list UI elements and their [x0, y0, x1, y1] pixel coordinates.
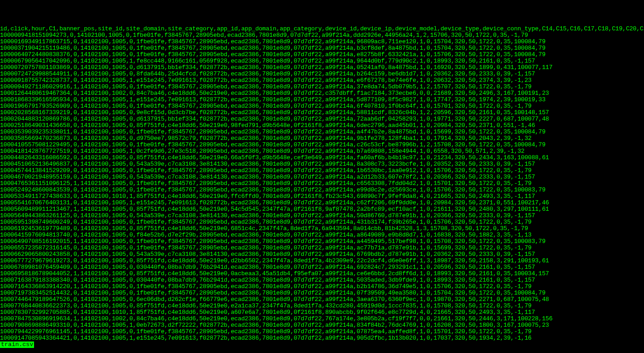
csv-row: 10000169349117863715,0,14102100,1005,0,1…: [0, 39, 644, 45]
csv-row: 10007944229976961145,1,14102100,1005,0,1…: [0, 329, 644, 335]
csv-row: 10007908698886493310,0,14102100,1005,1,0…: [0, 322, 644, 329]
csv-row: 10000918755742328737,0,14102100,1005,1,e…: [0, 77, 644, 84]
csv-row: 10005541670676403131,0,14102100,1005,1,e…: [0, 200, 644, 206]
csv-row: 10004670021948955159,0,14102100,1005,0,5…: [0, 174, 644, 180]
csv-row: 10004574413841529209,0,14102100,1005,0,1…: [0, 168, 644, 174]
csv-row: 10004482643316086592,0,14102100,1005,0,8…: [0, 155, 644, 161]
csv-row: 10000371904215119486,0,14102100,1005,0,1…: [0, 45, 644, 52]
csv-row: 10002028568167339219,0,14102100,1005,0,9…: [0, 110, 644, 116]
csv-row: 10001264480619467364,0,14102100,1002,0,8…: [0, 90, 644, 97]
terminal-output: id,click,hour,C1,banner_pos,site_id,site…: [0, 26, 644, 348]
csv-row: 1000009418151094273,0,14102100,1005,0,1f…: [0, 32, 644, 39]
csv-row: 10005249248600843539,0,14102100,1005,0,1…: [0, 187, 644, 193]
csv-row: 10000720757801103869,0,14102100,1005,0,d…: [0, 64, 644, 71]
csv-row: 10000949271186029916,1,14102100,1005,0,1…: [0, 84, 644, 90]
csv-row: 10006490708516192015,1,14102100,1005,0,1…: [0, 238, 644, 245]
csv-row: 10007197383452514432,0,14102100,1005,0,1…: [0, 290, 644, 296]
csv-row: 10006777279679619273,0,14102100,1005,0,8…: [0, 258, 644, 264]
csv-row: 10001868339616595934,0,14102100,1005,1,e…: [0, 97, 644, 103]
csv-row: 10007163879183388340,0,14102100,1005,0,0…: [0, 277, 644, 284]
filename-label: train.csv: [0, 341, 34, 348]
csv-row: 10002044883120869786,0,14102100,1005,0,d…: [0, 116, 644, 122]
csv-row: 10004510652136496837,0,14102100,1005,0,5…: [0, 161, 644, 168]
csv-row: 10006629065800243858,0,14102100,1005,0,5…: [0, 251, 644, 258]
csv-row: 10004105575081229495,0,14102100,1005,0,1…: [0, 142, 644, 148]
csv-row: 10004765361151096125,1,14102100,1005,0,1…: [0, 180, 644, 187]
pager-status-line[interactable]: train.csv: [0, 341, 644, 348]
csv-row: 10007768440836622373,0,14102100,1005,0,8…: [0, 303, 644, 309]
csv-row: 10009147085943364421,0,14102100,1005,1,e…: [0, 335, 644, 341]
csv-row: 10007847530896919634,1,14102100,1002,0,8…: [0, 316, 644, 322]
csv-header: id,click,hour,C1,banner_pos,site_id,site…: [0, 26, 644, 32]
csv-row: 10004181428767727519,0,14102100,1005,1,0…: [0, 148, 644, 155]
csv-row: 10000724729988544911,0,14102100,1005,0,8…: [0, 71, 644, 77]
csv-row: 10006415976094813740,0,14102100,1005,0,f…: [0, 232, 644, 238]
csv-row: 10007446479189647526,0,14102100,1005,0,6…: [0, 296, 644, 303]
csv-row: 10007164336863914220,1,14102100,1005,0,1…: [0, 284, 644, 290]
csv-row: 10003539039235338011,0,14102100,1005,0,1…: [0, 129, 644, 135]
csv-row: 10001966791793526909,0,14102100,1005,0,1…: [0, 103, 644, 110]
csv-row: 10003585669470236873,0,14102100,1005,0,d…: [0, 135, 644, 142]
csv-row: 10006557235872316145,0,14102100,1005,0,1…: [0, 245, 644, 251]
csv-row: 10006958186789044052,1,14102100,1005,0,8…: [0, 271, 644, 277]
csv-row: 10006789981076459409,0,14102100,1005,0,0…: [0, 264, 644, 271]
csv-row: 10005649443863261125,0,14102100,1005,0,5…: [0, 213, 644, 219]
csv-row: 10005951398749600249,0,14102100,1005,0,1…: [0, 219, 644, 226]
csv-row: 10000679056417042096,0,14102100,1005,1,f…: [0, 58, 644, 64]
csv-row: 10006192453619779489,0,14102100,1005,0,8…: [0, 226, 644, 232]
csv-row: 10002518649031436658,0,14102100,1005,0,8…: [0, 122, 644, 129]
csv-row: 10000640724480838376,0,14102100,1005,0,1…: [0, 52, 644, 58]
csv-row: 10005334911727438633,0,14102100,1010,1,8…: [0, 193, 644, 200]
csv-row: 10007830732992705885,0,14102100,1010,1,8…: [0, 309, 644, 316]
csv-row: 10005609489911213467,1,14102100,1005,0,8…: [0, 206, 644, 213]
